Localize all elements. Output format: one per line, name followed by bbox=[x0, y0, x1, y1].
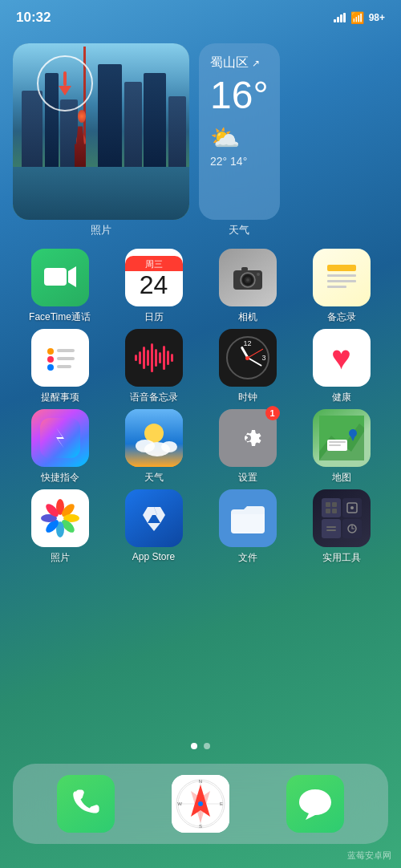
app-appstore[interactable]: App Store bbox=[114, 489, 194, 565]
calendar-date: 24 bbox=[140, 271, 168, 299]
photos-widget[interactable] bbox=[13, 43, 189, 220]
calendar-day: 周三 bbox=[125, 256, 183, 271]
photos-app-icon bbox=[31, 489, 89, 547]
calendar-label: 日历 bbox=[144, 310, 164, 324]
svg-text:S: S bbox=[199, 824, 202, 829]
reminders-icon bbox=[31, 329, 89, 387]
maps-label: 地图 bbox=[332, 471, 351, 485]
svg-rect-0 bbox=[44, 268, 67, 286]
dock-messages[interactable] bbox=[286, 775, 344, 833]
app-notes[interactable]: 备忘录 bbox=[302, 249, 382, 324]
weather-widget-label: 天气 bbox=[229, 223, 249, 237]
svg-rect-47 bbox=[326, 526, 336, 528]
notes-icon bbox=[313, 249, 371, 306]
svg-rect-18 bbox=[57, 365, 71, 368]
svg-point-15 bbox=[47, 364, 54, 371]
camera-icon bbox=[219, 249, 277, 306]
health-label: 健康 bbox=[332, 391, 351, 404]
app-row-2: 提醒事项 语音备忘录 bbox=[13, 329, 388, 404]
clock-label: 时钟 bbox=[238, 391, 257, 404]
app-clock[interactable]: 12 3 时钟 bbox=[208, 329, 288, 404]
app-facetime[interactable]: FaceTime通话 bbox=[20, 249, 100, 324]
reminders-label: 提醒事项 bbox=[41, 391, 79, 404]
svg-point-57 bbox=[198, 801, 203, 806]
facetime-label: FaceTime通话 bbox=[29, 310, 91, 324]
svg-rect-43 bbox=[326, 509, 330, 513]
svg-text:E: E bbox=[220, 801, 223, 806]
weather-app-label: 天气 bbox=[144, 471, 164, 485]
photos-widget-container[interactable]: 照片 bbox=[13, 43, 189, 237]
arrow-overlay bbox=[37, 55, 93, 112]
svg-rect-17 bbox=[57, 357, 75, 360]
location-arrow-icon: ↗ bbox=[252, 58, 260, 69]
battery-percent: 98+ bbox=[369, 12, 385, 23]
svg-rect-16 bbox=[57, 349, 75, 352]
page-dots bbox=[191, 743, 210, 749]
status-icons: 📶 98+ bbox=[334, 11, 385, 24]
dock-phone[interactable] bbox=[57, 775, 115, 833]
svg-text:W: W bbox=[177, 801, 182, 806]
weather-widget[interactable]: 蜀山区 ↗ 16° ⛅ 22° 14° bbox=[199, 43, 280, 220]
phone-icon bbox=[57, 775, 115, 833]
svg-point-46 bbox=[350, 506, 354, 509]
app-voicememo[interactable]: 语音备忘录 bbox=[114, 329, 194, 404]
camera-label: 相机 bbox=[238, 310, 257, 324]
app-row-4: 照片 App Store bbox=[13, 489, 388, 565]
watermark: 蓝莓安卓网 bbox=[347, 850, 391, 862]
svg-rect-48 bbox=[326, 529, 336, 531]
settings-badge: 1 bbox=[265, 406, 280, 420]
svg-rect-9 bbox=[327, 265, 356, 271]
widgets-area: 照片 蜀山区 ↗ 16° ⛅ 22° 14° 天气 bbox=[0, 35, 401, 245]
files-label: 文件 bbox=[238, 551, 257, 565]
shortcuts-label: 快捷指令 bbox=[41, 471, 79, 485]
svg-text:N: N bbox=[199, 779, 202, 784]
app-maps[interactable]: 地图 bbox=[302, 409, 382, 485]
svg-point-13 bbox=[47, 348, 54, 355]
svg-point-14 bbox=[47, 356, 54, 363]
facetime-icon bbox=[31, 249, 89, 306]
svg-rect-42 bbox=[332, 502, 337, 507]
voicememo-icon bbox=[125, 329, 183, 387]
files-icon bbox=[219, 489, 277, 547]
app-weather[interactable]: 天气 bbox=[114, 409, 194, 485]
dock-safari[interactable]: N S W E bbox=[172, 775, 229, 833]
app-reminders[interactable]: 提醒事项 bbox=[20, 329, 100, 404]
status-bar: 10:32 📶 98+ bbox=[0, 0, 401, 35]
utilities-icon bbox=[313, 489, 371, 547]
svg-point-24 bbox=[161, 441, 177, 452]
maps-icon bbox=[313, 409, 371, 467]
notes-label: 备忘录 bbox=[327, 310, 356, 324]
utilities-label: 实用工具 bbox=[322, 551, 361, 565]
svg-rect-11 bbox=[327, 280, 356, 282]
appstore-icon bbox=[125, 489, 183, 547]
voicememo-label: 语音备忘录 bbox=[130, 391, 178, 404]
wifi-icon: 📶 bbox=[350, 11, 364, 24]
signal-icon bbox=[334, 13, 346, 22]
app-camera[interactable]: 相机 bbox=[208, 249, 288, 324]
app-utilities[interactable]: 实用工具 bbox=[302, 489, 382, 565]
app-health[interactable]: ♥ 健康 bbox=[302, 329, 382, 404]
app-files[interactable]: 文件 bbox=[208, 489, 288, 565]
weather-location: 蜀山区 ↗ bbox=[210, 55, 269, 71]
app-row-3: 快捷指令 bbox=[13, 409, 388, 485]
app-calendar[interactable]: 周三 24 日历 bbox=[114, 249, 194, 324]
photos-widget-label: 照片 bbox=[91, 223, 111, 237]
svg-rect-30 bbox=[329, 444, 341, 446]
page-dot-inactive bbox=[204, 743, 210, 749]
weather-temperature: 16° bbox=[210, 75, 269, 117]
settings-label: 设置 bbox=[238, 471, 257, 485]
svg-rect-41 bbox=[326, 502, 330, 507]
status-time: 10:32 bbox=[16, 10, 51, 26]
clock-icon: 12 3 bbox=[219, 329, 277, 387]
svg-rect-10 bbox=[327, 274, 356, 277]
page-dot-active bbox=[191, 743, 197, 749]
app-settings[interactable]: 1 设置 bbox=[208, 409, 288, 485]
weather-app-icon bbox=[125, 409, 183, 467]
apps-grid: FaceTime通话 周三 24 日历 bbox=[0, 249, 401, 570]
app-photos[interactable]: 照片 bbox=[20, 489, 100, 565]
svg-rect-6 bbox=[241, 267, 248, 271]
weather-widget-container[interactable]: 蜀山区 ↗ 16° ⛅ 22° 14° 天气 bbox=[199, 43, 280, 237]
app-shortcuts[interactable]: 快捷指令 bbox=[20, 409, 100, 485]
dock: N S W E bbox=[13, 764, 388, 844]
photos-app-label: 照片 bbox=[51, 551, 70, 565]
